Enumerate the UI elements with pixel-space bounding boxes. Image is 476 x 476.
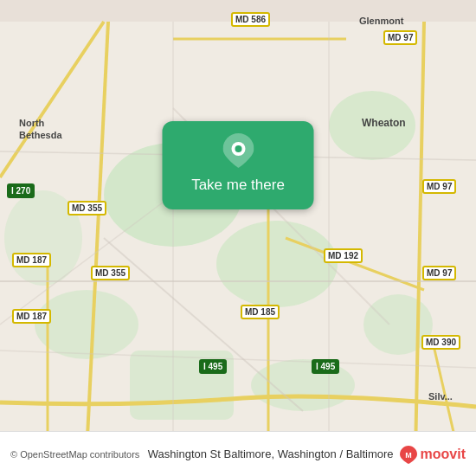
place-label-silver-spring: Silv...: [428, 391, 453, 402]
road-badge-md187a: MD 187: [12, 253, 51, 267]
road-badge-md390: MD 390: [421, 335, 460, 350]
svg-point-26: [235, 145, 241, 152]
location-info: Washington St Baltimore, Washington / Ba…: [148, 445, 466, 464]
road-badge-i495a: I 495: [199, 359, 227, 374]
place-label-wheaton: Wheaton: [362, 117, 406, 129]
moovit-icon: M: [399, 445, 418, 464]
road-badge-md355b: MD 355: [91, 266, 130, 280]
svg-point-2: [216, 221, 338, 307]
road-badge-md187b: MD 187: [12, 309, 51, 324]
location-name: Washington St Baltimore, Washington / Ba…: [148, 447, 394, 460]
moovit-logo: M moovit: [399, 445, 466, 464]
road-badge-i270: I 270: [7, 183, 35, 198]
moovit-text: moovit: [421, 447, 466, 462]
road-badge-md586: MD 586: [231, 12, 270, 27]
pin-icon: [221, 133, 255, 168]
bottom-bar: © OpenStreetMap contributors Washington …: [0, 431, 476, 476]
place-label-glenmont: Glenmont: [359, 16, 403, 26]
road-badge-md97b: MD 97: [422, 179, 456, 194]
road-badge-md185: MD 185: [241, 305, 280, 319]
road-badge-md97c: MD 97: [422, 266, 456, 280]
road-badge-md192: MD 192: [324, 248, 363, 263]
place-label-north-bethesda: NorthBethesda: [19, 117, 62, 142]
road-badge-md355a: MD 355: [68, 201, 106, 215]
cta-label: Take me there: [191, 177, 285, 194]
map-container: NorthBethesda Glenmont Wheaton Silv... M…: [0, 0, 476, 476]
road-badge-i495b: I 495: [312, 359, 339, 374]
road-badge-md97a: MD 97: [383, 30, 417, 45]
map-background: [0, 0, 476, 476]
svg-text:M: M: [405, 451, 412, 460]
copyright-text: © OpenStreetMap contributors: [10, 449, 148, 460]
take-me-there-button[interactable]: Take me there: [163, 121, 314, 209]
svg-point-3: [35, 290, 138, 359]
